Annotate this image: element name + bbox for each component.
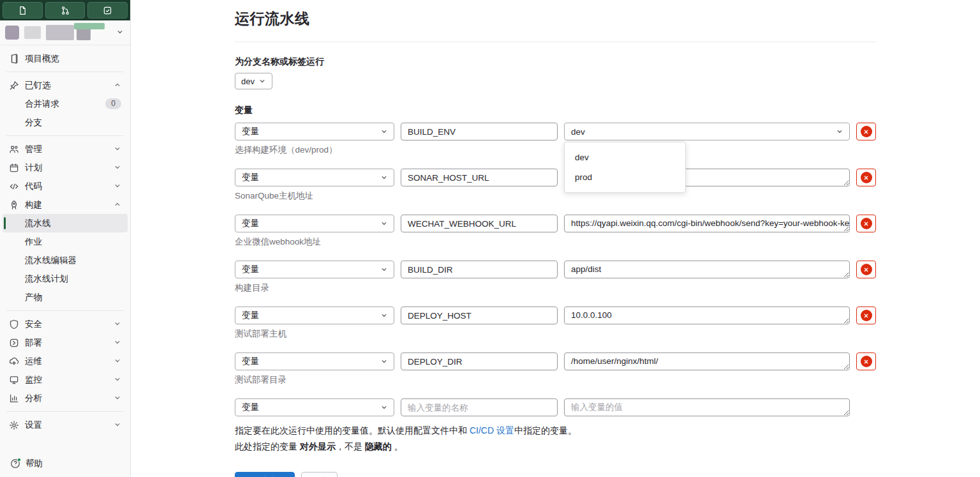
sidebar-item-label: 流水线编辑器 — [25, 255, 121, 266]
variable-key-input[interactable] — [401, 169, 558, 186]
variable-key-input[interactable] — [401, 398, 558, 416]
close-x-icon — [861, 126, 872, 137]
branch-select-button[interactable]: dev — [235, 73, 272, 89]
count-badge: 0 — [105, 98, 121, 109]
variable-type-value: 变量 — [242, 356, 259, 367]
sidebar-item-label: 流水线计划 — [25, 273, 121, 285]
sidebar-item-label: 已钉选 — [25, 80, 114, 91]
sidebar-nav: 项目概览已钉选合并请求0分支管理计划代码构建流水线作业流水线编辑器流水线计划产物… — [0, 45, 130, 450]
project-overview-icon — [9, 54, 19, 64]
sidebar-item-分支[interactable]: 分支 — [3, 113, 128, 132]
remove-variable-button[interactable] — [856, 215, 876, 232]
sidebar-item-label: 安全 — [25, 319, 114, 330]
project-selector[interactable] — [0, 20, 130, 45]
nav-divider — [6, 310, 124, 311]
chevron-down-icon — [114, 338, 121, 348]
close-x-icon — [861, 218, 872, 229]
chevron-up-icon — [114, 200, 121, 210]
variable-description: 选择构建环境（dev/prod） — [235, 144, 876, 156]
variable-key-input[interactable] — [401, 215, 558, 232]
variable-value-cell — [564, 215, 850, 232]
remove-variable-button[interactable] — [856, 261, 876, 278]
sidebar-item-流水线[interactable]: 流水线 — [3, 214, 128, 232]
dropdown-option-prod[interactable]: prod — [565, 167, 685, 187]
sidebar-item-已钉选[interactable]: 已钉选 — [3, 76, 128, 95]
sidebar-item-产物[interactable]: 产物 — [3, 288, 128, 307]
variable-value-input[interactable] — [564, 352, 850, 370]
help-button[interactable]: 帮助 — [0, 450, 130, 477]
variable-key-input[interactable] — [401, 261, 558, 278]
sidebar-item-label: 设置 — [25, 420, 114, 431]
sidebar-item-计划[interactable]: 计划 — [3, 158, 128, 177]
run-pipeline-button[interactable]: 运行流水线 — [235, 472, 295, 477]
variable-value-input[interactable] — [564, 261, 850, 278]
variable-value-cell — [564, 352, 850, 370]
variable-type-select[interactable]: 变量 — [235, 215, 394, 232]
sidebar-item-构建[interactable]: 构建 — [3, 195, 128, 214]
variable-value-input[interactable] — [564, 307, 850, 324]
variable-type-select[interactable]: 变量 — [235, 123, 394, 140]
chevron-down-icon — [114, 356, 121, 367]
remove-variable-button[interactable] — [856, 307, 876, 324]
sidebar-item-管理[interactable]: 管理 — [3, 140, 128, 158]
sidebar-item-流水线计划[interactable]: 流水线计划 — [3, 269, 128, 288]
document-button[interactable] — [3, 2, 43, 19]
variable-value-select[interactable]: dev — [564, 123, 850, 140]
document-icon — [18, 6, 27, 15]
variable-key-input[interactable] — [401, 123, 558, 140]
chevron-down-icon — [114, 420, 121, 430]
variable-value-cell — [564, 261, 850, 278]
hint-text: 此处指定的变量 — [235, 441, 300, 451]
sidebar-item-label: 管理 — [25, 144, 114, 155]
variable-row: 变量 — [235, 215, 876, 232]
variable-type-select[interactable]: 变量 — [235, 398, 394, 416]
shield-icon — [9, 319, 19, 329]
variable-type-select[interactable]: 变量 — [235, 261, 394, 278]
merge-request-icon — [61, 6, 70, 15]
cancel-button[interactable]: 取消 — [301, 472, 338, 477]
operations-icon — [9, 356, 19, 367]
sidebar-item-label: 作业 — [25, 236, 121, 248]
variable-row: 变量 — [235, 352, 876, 370]
sidebar-item-合并请求[interactable]: 合并请求0 — [3, 95, 128, 113]
sidebar-item-设置[interactable]: 设置 — [3, 416, 128, 434]
dropdown-option-dev[interactable]: dev — [565, 148, 685, 167]
sidebar-item-项目概览[interactable]: 项目概览 — [3, 49, 128, 68]
variable-value: dev — [571, 127, 585, 137]
variables-hint: 指定要在此次运行中使用的变量值。默认使用配置文件中和 CI/CD 设置中指定的变… — [235, 425, 876, 437]
sidebar-item-监控[interactable]: 监控 — [3, 370, 128, 389]
remove-variable-button[interactable] — [856, 123, 876, 140]
hint-text: 指定要在此次运行中使用的变量值。默认使用配置文件中和 — [235, 425, 470, 435]
chevron-down-icon — [380, 266, 388, 275]
hint-bold: 对外显示 — [300, 441, 336, 451]
merge-request-button[interactable] — [45, 2, 85, 19]
variable-value-input[interactable] — [564, 215, 850, 232]
variable-type-value: 变量 — [242, 172, 259, 183]
variable-value-input[interactable] — [564, 398, 850, 416]
variable-key-input[interactable] — [401, 307, 558, 324]
hint-text: 。 — [392, 441, 403, 451]
remove-variable-button[interactable] — [856, 169, 876, 186]
remove-variable-button[interactable] — [856, 352, 876, 370]
sidebar-item-label: 代码 — [25, 181, 114, 192]
variable-row: 变量 — [235, 307, 876, 324]
monitor-icon — [9, 375, 19, 385]
cicd-settings-link[interactable]: CI/CD 设置 — [470, 425, 514, 435]
variable-key-input[interactable] — [401, 352, 558, 370]
variable-description: 测试部署主机 — [235, 328, 876, 340]
variable-type-value: 变量 — [242, 126, 259, 137]
sidebar-item-安全[interactable]: 安全 — [3, 315, 128, 333]
sidebar-item-作业[interactable]: 作业 — [3, 232, 128, 251]
variable-type-select[interactable]: 变量 — [235, 352, 394, 370]
hint-text: ，不是 — [336, 441, 365, 451]
variable-type-select[interactable]: 变量 — [235, 169, 394, 186]
todo-check-button[interactable] — [87, 2, 128, 19]
chevron-down-icon — [114, 375, 121, 385]
sidebar-item-运维[interactable]: 运维 — [3, 352, 128, 370]
variable-type-select[interactable]: 变量 — [235, 307, 394, 324]
sidebar-item-代码[interactable]: 代码 — [3, 177, 128, 195]
sidebar-item-分析[interactable]: 分析 — [3, 389, 128, 407]
sidebar-item-部署[interactable]: 部署 — [3, 333, 128, 352]
sidebar-item-流水线编辑器[interactable]: 流水线编辑器 — [3, 251, 128, 269]
variable-description: SonarQube主机地址 — [235, 190, 876, 202]
